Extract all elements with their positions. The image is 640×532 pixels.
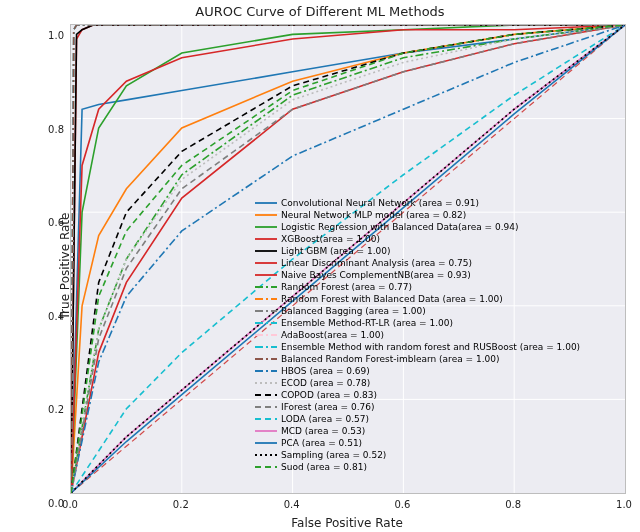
legend-label: PCA (area = 0.51) — [281, 437, 362, 449]
legend-label: Balanced Bagging (area = 1.00) — [281, 305, 426, 317]
legend-label: MCD (area = 0.53) — [281, 425, 365, 437]
legend-item: COPOD (area = 0.83) — [255, 389, 615, 401]
legend-swatch — [255, 270, 277, 280]
legend-item: Random Forest with Balanced Data (area =… — [255, 293, 615, 305]
legend-item: Naive Bayes ComplementNB(area = 0.93) — [255, 269, 615, 281]
legend-swatch — [255, 462, 277, 472]
legend-swatch — [255, 378, 277, 388]
legend-item: LODA (area = 0.57) — [255, 413, 615, 425]
legend-label: Sampling (area = 0.52) — [281, 449, 386, 461]
legend-item: XGBoost(area = 1.00) — [255, 233, 615, 245]
legend-item: AdaBoost(area = 1.00) — [255, 329, 615, 341]
legend-swatch — [255, 402, 277, 412]
legend-item: Ensemble Method with random forest and R… — [255, 341, 615, 353]
legend-item: HBOS (area = 0.69) — [255, 365, 615, 377]
legend-label: ECOD (area = 0.78) — [281, 377, 370, 389]
y-tick-label: 0.8 — [40, 123, 64, 134]
y-tick-label: 0.2 — [40, 404, 64, 415]
legend-item: Logistic Regression with Balanced Data(a… — [255, 221, 615, 233]
legend-label: COPOD (area = 0.83) — [281, 389, 377, 401]
legend-item: Suod (area = 0.81) — [255, 461, 615, 473]
legend-swatch — [255, 318, 277, 328]
legend-label: Neural Network MLP model (area = 0.82) — [281, 209, 466, 221]
legend-label: Ensemble Method-RT-LR (area = 1.00) — [281, 317, 453, 329]
legend-item: Random Forest (area = 0.77) — [255, 281, 615, 293]
legend-swatch — [255, 342, 277, 352]
x-tick-label: 0.6 — [394, 499, 410, 510]
legend-swatch — [255, 234, 277, 244]
y-tick-label: 0.6 — [40, 217, 64, 228]
legend-item: Neural Network MLP model (area = 0.82) — [255, 209, 615, 221]
legend-label: Convolutional Neural Network (area = 0.9… — [281, 197, 479, 209]
legend-swatch — [255, 246, 277, 256]
legend-item: PCA (area = 0.51) — [255, 437, 615, 449]
legend-label: Linear Discriminant Analysis (area = 0.7… — [281, 257, 472, 269]
legend-swatch — [255, 414, 277, 424]
legend-item: IForest (area = 0.76) — [255, 401, 615, 413]
legend-label: AdaBoost(area = 1.00) — [281, 329, 384, 341]
legend-swatch — [255, 330, 277, 340]
legend-label: XGBoost(area = 1.00) — [281, 233, 380, 245]
x-tick-label: 0.2 — [173, 499, 189, 510]
legend-swatch — [255, 450, 277, 460]
legend-swatch — [255, 222, 277, 232]
figure: AUROC Curve of Different ML Methods True… — [0, 0, 640, 532]
x-tick-label: 1.0 — [616, 499, 632, 510]
x-axis-label: False Positive Rate — [70, 516, 624, 530]
legend-item: MCD (area = 0.53) — [255, 425, 615, 437]
legend-label: Balanced Random Forest-imblearn (area = … — [281, 353, 500, 365]
legend-item: Sampling (area = 0.52) — [255, 449, 615, 461]
legend-label: Naive Bayes ComplementNB(area = 0.93) — [281, 269, 471, 281]
legend-label: Random Forest (area = 0.77) — [281, 281, 412, 293]
legend-item: Linear Discriminant Analysis (area = 0.7… — [255, 257, 615, 269]
legend-label: Random Forest with Balanced Data (area =… — [281, 293, 503, 305]
legend-item: Balanced Bagging (area = 1.00) — [255, 305, 615, 317]
y-tick-label: 0.0 — [40, 498, 64, 509]
legend-item: ECOD (area = 0.78) — [255, 377, 615, 389]
legend-swatch — [255, 294, 277, 304]
legend-label: LODA (area = 0.57) — [281, 413, 369, 425]
legend-swatch — [255, 426, 277, 436]
legend-label: Suod (area = 0.81) — [281, 461, 367, 473]
legend-swatch — [255, 354, 277, 364]
legend-swatch — [255, 258, 277, 268]
legend-swatch — [255, 306, 277, 316]
legend: Convolutional Neural Network (area = 0.9… — [251, 195, 619, 475]
legend-item: Ensemble Method-RT-LR (area = 1.00) — [255, 317, 615, 329]
y-tick-label: 0.4 — [40, 310, 64, 321]
legend-swatch — [255, 210, 277, 220]
x-tick-label: 0.4 — [284, 499, 300, 510]
legend-swatch — [255, 282, 277, 292]
legend-swatch — [255, 390, 277, 400]
legend-swatch — [255, 198, 277, 208]
plot-area: Convolutional Neural Network (area = 0.9… — [70, 24, 626, 494]
legend-item: Convolutional Neural Network (area = 0.9… — [255, 197, 615, 209]
legend-label: IForest (area = 0.76) — [281, 401, 375, 413]
x-tick-label: 0.8 — [505, 499, 521, 510]
legend-label: Ensemble Method with random forest and R… — [281, 341, 580, 353]
legend-item: Balanced Random Forest-imblearn (area = … — [255, 353, 615, 365]
y-tick-label: 1.0 — [40, 30, 64, 41]
legend-swatch — [255, 438, 277, 448]
legend-item: Light GBM (area = 1.00) — [255, 245, 615, 257]
legend-label: HBOS (area = 0.69) — [281, 365, 370, 377]
legend-swatch — [255, 366, 277, 376]
chart-title: AUROC Curve of Different ML Methods — [0, 4, 640, 19]
x-tick-label: 0.0 — [62, 499, 78, 510]
legend-label: Logistic Regression with Balanced Data(a… — [281, 221, 519, 233]
legend-label: Light GBM (area = 1.00) — [281, 245, 391, 257]
